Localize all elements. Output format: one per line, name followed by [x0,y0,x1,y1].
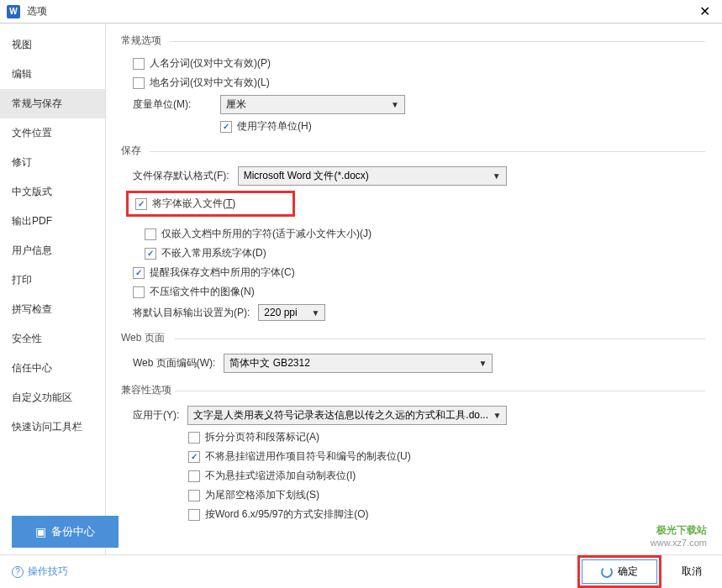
spinner-icon [601,566,613,578]
label-embed-fonts: 将字体嵌入文件(T) [152,197,235,211]
section-compat: 兼容性选项 应用于(Y): 文字是人类用表义符号记录表达信息以传之久远的方式和工… [121,383,705,522]
highlight-ok: 确定 [577,555,661,588]
sidebar-item-security[interactable]: 安全性 [0,324,105,354]
label-remind-fonts: 提醒我保存文档中所用的字体(C) [150,265,295,280]
section-web: Web 页面 Web 页面编码(W): 简体中文 GB2312 ▼ [121,331,705,373]
app-icon: W [7,5,20,18]
dropdown-apply-to[interactable]: 文字是人类用表义符号记录表达信息以传之久远的方式和工具.do... ▼ [187,406,507,425]
label-place-names: 地名分词(仅对中文有效)(L) [150,76,270,90]
sidebar-item-revision[interactable]: 修订 [0,148,105,177]
backup-icon: ▣ [35,525,46,538]
content-pane: 常规选项 人名分词(仅对中文有效)(P) 地名分词(仅对中文有效)(L) 度量单… [106,24,722,554]
section-general: 常规选项 人名分词(仅对中文有效)(P) 地名分词(仅对中文有效)(L) 度量单… [121,34,705,134]
highlight-embed-fonts: 将字体嵌入文件(T) [126,191,295,217]
label-embed-used-only: 仅嵌入文档中所用的字符(适于减小文件大小)(J) [161,227,372,241]
checkbox-person-names[interactable] [133,58,145,70]
checkbox-remind-fonts[interactable] [133,267,145,279]
checkbox-underline-trailing[interactable] [188,490,200,501]
label-char-unit: 使用字符单位(H) [237,119,312,134]
sidebar-item-trust-center[interactable]: 信任中心 [0,354,105,383]
label-apply-to: 应用于(Y): [133,408,179,423]
section-title-general: 常规选项 [121,34,705,48]
checkbox-embed-fonts[interactable] [135,198,147,210]
checkbox-no-hanging-tab[interactable] [188,470,200,482]
checkbox-embed-used-only[interactable] [145,228,156,240]
caret-down-icon: ▼ [493,171,501,181]
sidebar-item-output-pdf[interactable]: 输出PDF [0,207,105,236]
sidebar-item-edit[interactable]: 编辑 [0,60,105,89]
sidebar-item-view[interactable]: 视图 [0,30,105,60]
main-container: 视图 编辑 常规与保存 文件位置 修订 中文版式 输出PDF 用户信息 打印 拼… [0,24,722,554]
title-bar: W 选项 ✕ [0,0,722,24]
dropdown-apply-to-value: 文字是人类用表义符号记录表达信息以传之久远的方式和工具.do... [193,408,488,423]
sidebar: 视图 编辑 常规与保存 文件位置 修订 中文版式 输出PDF 用户信息 打印 拼… [0,24,106,554]
dropdown-web-encoding[interactable]: 简体中文 GB2312 ▼ [224,354,493,373]
help-icon: ? [12,566,24,578]
button-group: 确定 取消 [577,555,710,588]
sidebar-item-print[interactable]: 打印 [0,265,105,295]
window-title: 选项 [27,4,47,18]
label-no-hanging-indent: 不将悬挂缩进用作项目符号和编号的制表位(U) [205,449,411,464]
label-no-compress-images: 不压缩文件中的图像(N) [150,285,255,299]
sidebar-item-file-location[interactable]: 文件位置 [0,118,105,148]
checkbox-place-names[interactable] [133,77,145,89]
sidebar-item-general-save[interactable]: 常规与保存 [0,89,105,118]
dropdown-default-target[interactable]: 220 ppi ▼ [258,304,325,321]
caret-down-icon: ▼ [493,411,501,420]
section-title-web: Web 页面 [121,331,705,345]
section-title-save: 保存 [121,144,705,158]
checkbox-no-compress-images[interactable] [133,286,145,298]
dropdown-default-target-value: 220 ppi [264,307,297,318]
label-split-page: 拆分分页符和段落标记(A) [205,430,319,444]
section-save: 保存 文件保存默认格式(F): Microsoft Word 文件(*.docx… [121,144,705,321]
dropdown-unit-value: 厘米 [226,97,246,112]
checkbox-no-hanging-indent[interactable] [188,451,200,463]
cancel-button[interactable]: 取消 [673,560,710,583]
sidebar-item-quick-access[interactable]: 快速访问工具栏 [0,412,105,442]
tips-label: 操作技巧 [28,564,68,579]
label-person-names: 人名分词(仅对中文有效)(P) [150,56,271,71]
sidebar-item-chinese-layout[interactable]: 中文版式 [0,177,105,207]
label-unit: 度量单位(M): [133,97,212,112]
dropdown-default-format-value: Microsoft Word 文件(*.docx) [244,169,369,183]
checkbox-word6-footnote[interactable] [188,509,200,521]
label-default-format: 文件保存默认格式(F): [133,169,229,183]
close-icon[interactable]: ✕ [694,2,715,21]
sidebar-item-custom-ribbon[interactable]: 自定义功能区 [0,383,105,412]
caret-down-icon: ▼ [479,359,487,368]
checkbox-no-embed-system[interactable] [145,248,156,260]
section-title-compat: 兼容性选项 [121,383,705,397]
checkbox-split-page[interactable] [188,432,200,444]
footer: ? 操作技巧 确定 取消 [0,554,722,588]
backup-center-button[interactable]: ▣ 备份中心 [12,516,119,548]
tips-link[interactable]: ? 操作技巧 [12,564,68,579]
dropdown-unit[interactable]: 厘米 ▼ [220,95,405,114]
caret-down-icon: ▼ [391,100,399,109]
label-web-encoding: Web 页面编码(W): [133,356,215,370]
label-no-hanging-tab: 不为悬挂式缩进添加自动制表位(I) [205,469,356,483]
dropdown-web-encoding-value: 简体中文 GB2312 [229,356,309,370]
dropdown-default-format[interactable]: Microsoft Word 文件(*.docx) ▼ [238,166,507,186]
label-no-embed-system: 不嵌入常用系统字体(D) [161,246,266,260]
ok-button[interactable]: 确定 [582,559,657,584]
ok-label: 确定 [618,564,638,579]
sidebar-item-user-info[interactable]: 用户信息 [0,236,105,265]
label-word6-footnote: 按Word 6.x/95/97的方式安排脚注(O) [205,507,368,522]
label-underline-trailing: 为尾部空格添加下划线(S) [205,488,319,502]
checkbox-char-unit[interactable] [220,121,232,133]
caret-down-icon: ▼ [311,308,319,318]
backup-label: 备份中心 [51,524,95,539]
label-default-target: 将默认目标输出设置为(P): [133,306,250,320]
sidebar-item-spellcheck[interactable]: 拼写检查 [0,295,105,324]
